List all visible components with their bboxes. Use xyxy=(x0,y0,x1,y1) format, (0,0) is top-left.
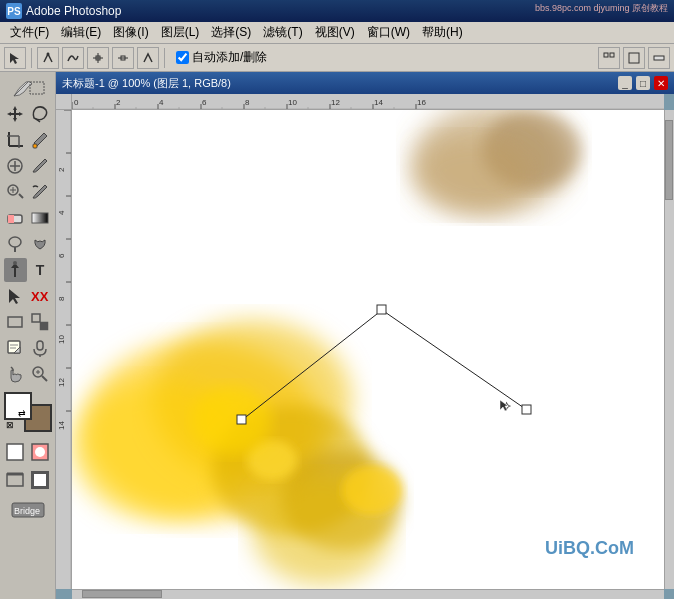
tool-selection[interactable] xyxy=(4,76,52,100)
svg-rect-52 xyxy=(7,474,23,486)
menu-layer[interactable]: 图层(L) xyxy=(155,22,206,43)
tool-history-brush[interactable] xyxy=(29,180,52,204)
menu-help[interactable]: 帮助(H) xyxy=(416,22,469,43)
svg-text:4: 4 xyxy=(57,210,66,215)
svg-rect-27 xyxy=(8,215,14,223)
options-btn-1[interactable] xyxy=(598,47,620,69)
tool-custom-shape[interactable] xyxy=(29,310,52,334)
svg-text:8: 8 xyxy=(245,98,250,107)
tool-zoom[interactable] xyxy=(29,362,52,386)
menu-image[interactable]: 图像(I) xyxy=(107,22,154,43)
svg-rect-49 xyxy=(7,444,23,460)
svg-point-112 xyxy=(192,385,272,455)
menu-select[interactable]: 选择(S) xyxy=(205,22,257,43)
menu-bar: 文件(F) 编辑(E) 图像(I) 图层(L) 选择(S) 滤镜(T) 视图(V… xyxy=(0,22,674,44)
svg-text:8: 8 xyxy=(57,296,66,301)
svg-line-114 xyxy=(382,310,527,410)
doc-close-btn[interactable]: ✕ xyxy=(654,76,668,90)
svg-text:10: 10 xyxy=(57,335,66,344)
svg-rect-28 xyxy=(32,213,48,223)
tool-direct-select[interactable]: XX xyxy=(29,284,52,308)
scrollbar-horizontal[interactable] xyxy=(72,589,664,599)
add-anchor-btn[interactable] xyxy=(87,47,109,69)
switch-colors-icon[interactable]: ⇄ xyxy=(18,408,26,418)
menu-filter[interactable]: 滤镜(T) xyxy=(257,22,308,43)
scrollbar-vertical[interactable] xyxy=(664,110,674,589)
tool-brush[interactable] xyxy=(29,154,52,178)
options-btn-3[interactable] xyxy=(648,47,670,69)
doc-minimize-btn[interactable]: _ xyxy=(618,76,632,90)
tool-path-select[interactable] xyxy=(4,284,27,308)
canvas[interactable]: ⟡ UiBQ.CoM xyxy=(72,110,664,589)
quick-mask-btn[interactable] xyxy=(29,440,52,464)
canvas-container: 0 2 4 6 8 10 12 14 16 xyxy=(56,94,674,599)
svg-text:10: 10 xyxy=(288,98,297,107)
tool-hand[interactable] xyxy=(4,362,27,386)
tool-clone[interactable] xyxy=(4,180,27,204)
doc-title: 未标题-1 @ 100% (图层 1, RGB/8) xyxy=(62,76,614,91)
screen-mode-row xyxy=(4,468,52,492)
menu-edit[interactable]: 编辑(E) xyxy=(55,22,107,43)
tool-row-5 xyxy=(4,180,52,204)
tool-row-6 xyxy=(4,206,52,230)
svg-text:16: 16 xyxy=(417,98,426,107)
bridge-btn[interactable]: Bridge xyxy=(4,498,52,522)
tool-row-8: T xyxy=(4,258,52,282)
document-window: 未标题-1 @ 100% (图层 1, RGB/8) _ □ ✕ 0 2 4 xyxy=(56,72,674,599)
top-badge: bbs.98pc.com djyuming 原创教程 xyxy=(535,2,668,15)
tool-rect-shape[interactable] xyxy=(4,310,27,334)
tool-dodge[interactable] xyxy=(4,232,27,256)
menu-window[interactable]: 窗口(W) xyxy=(361,22,416,43)
tool-notes[interactable] xyxy=(4,336,27,360)
ruler-horizontal: 0 2 4 6 8 10 12 14 16 xyxy=(72,94,664,110)
svg-text:0: 0 xyxy=(74,98,79,107)
tool-audio[interactable] xyxy=(29,336,52,360)
menu-view[interactable]: 视图(V) xyxy=(309,22,361,43)
tool-move[interactable] xyxy=(4,102,27,126)
tool-type[interactable]: T xyxy=(29,258,52,282)
standard-mode-btn[interactable] xyxy=(4,440,27,464)
svg-text:6: 6 xyxy=(57,253,66,258)
fullscreen-btn[interactable] xyxy=(29,468,52,492)
tool-burn[interactable] xyxy=(29,232,52,256)
auto-add-delete-label: 自动添加/删除 xyxy=(192,49,267,66)
reset-colors-icon[interactable]: ⊠ xyxy=(6,420,14,430)
pen-pointer-btn[interactable] xyxy=(4,47,26,69)
svg-marker-0 xyxy=(10,53,19,64)
svg-point-51 xyxy=(35,447,45,457)
pen-tool-btn[interactable] xyxy=(37,47,59,69)
doc-maximize-btn[interactable]: □ xyxy=(636,76,650,90)
svg-rect-9 xyxy=(629,53,639,63)
tool-crop[interactable] xyxy=(4,128,27,152)
separator-1 xyxy=(31,48,32,68)
auto-add-delete-checkbox[interactable] xyxy=(176,51,189,64)
menu-file[interactable]: 文件(F) xyxy=(4,22,55,43)
svg-point-110 xyxy=(342,465,402,515)
tool-row-4 xyxy=(4,154,52,178)
tool-gradient[interactable] xyxy=(29,206,52,230)
svg-text:14: 14 xyxy=(57,421,66,430)
ruler-vertical: 2 4 6 8 10 12 14 xyxy=(56,110,72,589)
tool-healing[interactable] xyxy=(4,154,27,178)
remove-anchor-btn[interactable] xyxy=(112,47,134,69)
tool-lasso[interactable] xyxy=(29,102,52,126)
tool-row-2 xyxy=(4,102,52,126)
color-swatch-area[interactable]: ⊠ ⇄ xyxy=(4,392,52,432)
svg-text:Bridge: Bridge xyxy=(14,506,40,516)
svg-point-1 xyxy=(47,52,50,55)
svg-rect-19 xyxy=(33,144,37,148)
options-bar: 自动添加/删除 xyxy=(0,44,674,72)
options-btn-2[interactable] xyxy=(623,47,645,69)
tool-row-9: XX xyxy=(4,284,52,308)
scrollbar-v-thumb[interactable] xyxy=(665,120,673,200)
svg-rect-36 xyxy=(40,322,48,330)
svg-point-31 xyxy=(13,261,17,265)
convert-anchor-btn[interactable] xyxy=(137,47,159,69)
standard-screen-btn[interactable] xyxy=(4,468,27,492)
freeform-pen-btn[interactable] xyxy=(62,47,84,69)
tool-pen[interactable] xyxy=(4,258,27,282)
tool-eraser[interactable] xyxy=(4,206,27,230)
scrollbar-h-thumb[interactable] xyxy=(82,590,162,598)
tool-eyedropper[interactable] xyxy=(29,128,52,152)
svg-rect-116 xyxy=(377,305,386,314)
